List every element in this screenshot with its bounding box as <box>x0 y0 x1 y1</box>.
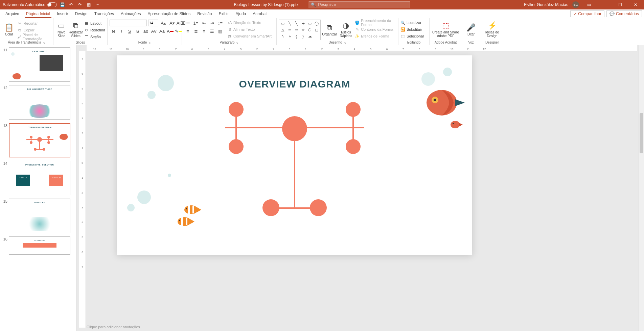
align-center-icon[interactable]: ≣ <box>192 28 200 34</box>
thumb-slide-13[interactable]: OVERVIEW DIAGRAM <box>9 123 70 157</box>
smartart-button[interactable]: ⬔Converter em SmartArt <box>227 33 272 39</box>
paste-button[interactable]: 📋 Colar <box>2 20 16 39</box>
shape-hex-icon[interactable]: ⬡ <box>307 27 313 33</box>
slide-thumbnails[interactable]: 11 CASE STUDY 12 DID YOU KNOW THIS? 13 O… <box>0 45 76 331</box>
reuse-slides-button[interactable]: ⧉ Reutilizar Slides <box>69 20 83 39</box>
italic-icon[interactable]: I <box>118 28 125 34</box>
shape-textbox-icon[interactable]: ▭ <box>280 21 286 26</box>
shape-line-icon[interactable]: ╲ <box>286 21 293 26</box>
shape-star-icon[interactable]: ☆ <box>300 27 306 33</box>
shape-tri-icon[interactable]: △ <box>280 27 286 33</box>
tab-transicoes[interactable]: Transições <box>91 10 117 18</box>
shape-callout-icon[interactable]: ☁ <box>307 33 313 39</box>
undo-icon[interactable]: ↶ <box>68 1 74 8</box>
diagram-node[interactable] <box>346 139 361 154</box>
thumb-slide-14[interactable]: PROBLEM VS. SOLUTION PROBLEM SOLUTION <box>9 161 70 195</box>
scrollbar-thumb[interactable] <box>640 113 643 153</box>
increase-font-icon[interactable]: A▴ <box>160 20 167 26</box>
notes-placeholder[interactable]: Clique para adicionar anotações <box>87 325 140 329</box>
present-icon[interactable]: ▦ <box>85 1 92 8</box>
minimize-icon[interactable]: — <box>599 0 610 9</box>
font-launcher-icon[interactable]: ↘ <box>148 41 151 44</box>
reset-button[interactable]: ↺Redefinir <box>84 27 105 33</box>
decrease-indent-icon[interactable]: ⇤ <box>200 20 208 26</box>
shapes-gallery[interactable]: ▭╲╲➔▭◯ △⇦⇨☆⬡▢ ∿↳{}☁⋯ <box>279 20 321 40</box>
decrease-font-icon[interactable]: A▾ <box>168 20 176 26</box>
clownfish-illustration[interactable] <box>183 204 201 215</box>
align-text-button[interactable]: ⇵Alinhar Texto <box>227 26 272 32</box>
fish-illustration[interactable] <box>421 86 465 120</box>
align-right-icon[interactable]: ≡ <box>200 28 208 34</box>
shape-braceR-icon[interactable]: } <box>300 33 306 39</box>
diagram-node-center[interactable] <box>282 116 307 141</box>
bullets-icon[interactable]: ≔ <box>184 20 191 26</box>
section-button[interactable]: ☰Seção <box>84 34 105 40</box>
shape-effects-button[interactable]: ✨Efeitos de Forma <box>355 33 396 39</box>
autosave-toggle[interactable] <box>47 2 57 7</box>
shape-outline-button[interactable]: ✎Contorno da Forma <box>355 26 396 32</box>
font-size-combo[interactable] <box>148 20 158 26</box>
arrange-button[interactable]: ⧉Organizar <box>322 20 337 39</box>
dictate-button[interactable]: 🎤Ditar <box>464 20 478 39</box>
tab-design[interactable]: Design <box>71 10 91 18</box>
thumb-slide-12[interactable]: DID YOU KNOW THIS? <box>9 85 70 120</box>
diagram-node[interactable] <box>262 199 279 216</box>
numbering-icon[interactable]: 1≡ <box>192 20 200 26</box>
tab-revisao[interactable]: Revisão <box>194 10 215 18</box>
tab-animacoes[interactable]: Animações <box>117 10 144 18</box>
vertical-scrollbar[interactable] <box>639 45 644 331</box>
maximize-icon[interactable]: ☐ <box>614 0 626 9</box>
tab-acrobat[interactable]: Acrobat <box>249 10 270 18</box>
shadow-icon[interactable]: ab <box>142 28 150 34</box>
comments-button[interactable]: 💬Comentários <box>606 10 642 17</box>
new-slide-button[interactable]: ▭ Novo Slide <box>55 20 67 39</box>
shape-rect-icon[interactable]: ▭ <box>307 21 313 26</box>
ribbon-display-icon[interactable]: ▭ <box>583 0 595 9</box>
select-button[interactable]: ⬚Selecionar <box>400 33 424 39</box>
shape-more-icon[interactable]: ⋯ <box>314 33 320 39</box>
underline-icon[interactable]: S <box>126 28 133 34</box>
user-avatar[interactable]: EG <box>572 1 579 8</box>
close-icon[interactable]: ✕ <box>630 0 641 9</box>
qat-more-icon[interactable]: ⋯ <box>94 1 101 8</box>
thumb-slide-11[interactable]: CASE STUDY <box>9 47 70 82</box>
layout-button[interactable]: ▦Layout <box>84 20 105 26</box>
columns-icon[interactable]: ▥ <box>216 28 224 34</box>
drawing-launcher-icon[interactable]: ↘ <box>344 41 346 44</box>
thumb-slide-16[interactable]: EXERCISE <box>9 236 70 255</box>
tab-exibir[interactable]: Exibir <box>215 10 232 18</box>
clownfish-illustration-2[interactable] <box>176 216 194 227</box>
diagram-node[interactable] <box>346 102 361 117</box>
cut-button[interactable]: ✂Recortar <box>17 20 51 26</box>
change-case-icon[interactable]: Aa <box>158 28 166 34</box>
find-button[interactable]: 🔍Localizar <box>400 20 421 26</box>
diagram-node[interactable] <box>229 139 244 154</box>
strike-icon[interactable]: S <box>134 28 141 34</box>
share-button[interactable]: ↗Compartilhar <box>570 10 604 17</box>
format-painter-button[interactable]: 🖌Pincel de Formatação <box>17 34 51 40</box>
copy-button[interactable]: ⧉Copiar <box>17 27 51 33</box>
align-left-icon[interactable]: ≡ <box>184 28 191 34</box>
shape-fill-button[interactable]: 🪣Preenchimento da Forma <box>355 20 396 26</box>
shape-line2-icon[interactable]: ╲ <box>293 21 299 26</box>
tab-pagina-inicial[interactable]: Página Inicial <box>23 10 53 18</box>
shape-arrowR-icon[interactable]: ⇨ <box>293 27 299 33</box>
quick-styles-button[interactable]: ◑Estilos Rápidos <box>339 20 354 39</box>
shape-rrect-icon[interactable]: ▢ <box>314 27 320 33</box>
redo-icon[interactable]: ↷ <box>76 1 83 8</box>
font-color-button[interactable]: A <box>166 28 174 34</box>
char-spacing-icon[interactable]: AV <box>150 28 158 34</box>
highlight-button[interactable]: ✎ <box>175 28 182 34</box>
search-box[interactable]: 🔍 Pesquisar <box>308 1 410 8</box>
shape-braceL-icon[interactable]: { <box>293 33 299 39</box>
increase-indent-icon[interactable]: ⇥ <box>208 20 216 26</box>
save-icon[interactable]: 💾 <box>59 1 66 8</box>
shape-connector-icon[interactable]: ↳ <box>286 33 293 39</box>
text-direction-button[interactable]: ↕ADireção do Texto <box>227 20 272 26</box>
bold-icon[interactable]: N <box>110 28 117 34</box>
design-ideas-button[interactable]: ⚡Ideias de Design <box>482 20 502 39</box>
diagram-node[interactable] <box>310 199 327 216</box>
font-family-combo[interactable] <box>110 20 147 26</box>
shape-oval-icon[interactable]: ◯ <box>314 21 320 26</box>
replace-button[interactable]: 🔁Substituir <box>400 26 422 32</box>
